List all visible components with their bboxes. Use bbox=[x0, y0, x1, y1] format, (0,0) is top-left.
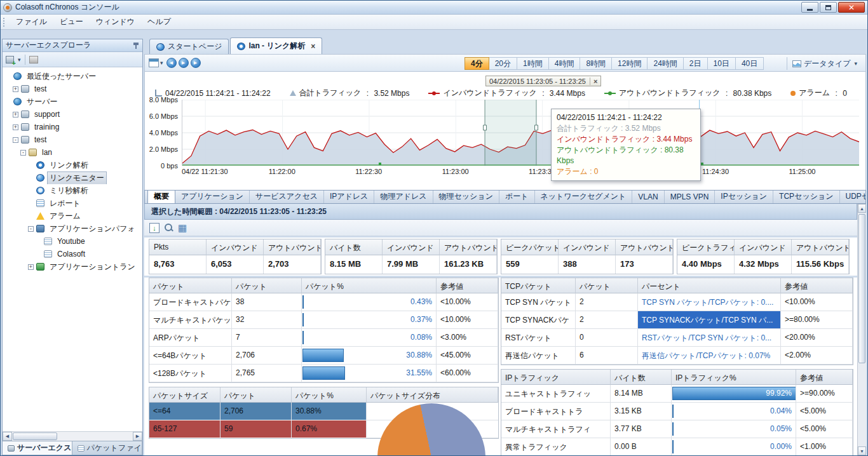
sidebar-tab-server-explorer[interactable]: サーバーエクス... bbox=[3, 441, 72, 455]
menu-item[interactable]: ファイル bbox=[10, 15, 53, 29]
ratio-cell[interactable]: RSTパケット/TCP SYN パケット: 0... bbox=[638, 329, 781, 347]
doc-tab-lan-link-analysis[interactable]: lan - リンク解析× bbox=[230, 37, 322, 54]
menu-item[interactable]: ヘルプ bbox=[141, 15, 177, 29]
view-tab[interactable]: 物理セッション bbox=[433, 190, 499, 203]
percent-text: 0.37% bbox=[410, 315, 432, 324]
scroll-right-icon[interactable]: ▶ bbox=[133, 432, 142, 441]
doc-tab-start-page[interactable]: スタートページ bbox=[149, 39, 229, 54]
tab-close-icon[interactable]: × bbox=[311, 42, 315, 51]
tree-item-training[interactable]: +training bbox=[3, 121, 142, 133]
tree-item-youtube[interactable]: Youtube bbox=[3, 235, 142, 248]
selection-close-icon[interactable]: × bbox=[590, 77, 597, 85]
new-analysis-button[interactable] bbox=[165, 224, 173, 232]
time-range-button[interactable]: 12時間 bbox=[611, 57, 648, 70]
colon: : bbox=[540, 89, 546, 98]
tree-item-support[interactable]: +support bbox=[3, 108, 142, 121]
add-server-caret-icon[interactable]: ▾ bbox=[18, 57, 21, 63]
vertical-scrollbar[interactable]: ▲ ▼ bbox=[857, 204, 866, 455]
view-tab[interactable]: UDPセッション bbox=[840, 190, 866, 203]
scroll-left-icon[interactable]: ◀ bbox=[3, 432, 12, 441]
close-button[interactable]: ✕ bbox=[838, 2, 865, 13]
view-tab[interactable]: IPセッション bbox=[715, 190, 773, 203]
legend-total-item[interactable]: 合計トラフィック : 3.52 Mbps bbox=[290, 88, 410, 98]
selection-time-label[interactable]: 04/22/2015 11:23:05 - 11:23:25 × bbox=[485, 76, 601, 86]
nav-next-button[interactable]: ▶ bbox=[179, 58, 189, 68]
traffic-chart-svg[interactable] bbox=[182, 100, 859, 166]
collapse-minus-icon[interactable]: - bbox=[13, 137, 18, 143]
ratio-cell[interactable]: TCP SYN パケット/TCPパケット: 0.... bbox=[638, 293, 781, 311]
sidebar-horizontal-scrollbar[interactable]: ◀ ▶ bbox=[3, 431, 142, 441]
nav-previous-button[interactable]: ◀ bbox=[166, 58, 177, 68]
tree-item-report[interactable]: レポート bbox=[3, 197, 142, 210]
column-header: パケット bbox=[576, 278, 638, 293]
expand-plus-icon[interactable]: + bbox=[13, 124, 18, 130]
tree-item-test[interactable]: +test bbox=[3, 83, 142, 95]
time-range-button[interactable]: 4分 bbox=[465, 57, 489, 70]
add-server-button[interactable] bbox=[6, 56, 14, 64]
scroll-thumb[interactable] bbox=[13, 433, 57, 440]
view-tab[interactable]: アプリケーション bbox=[175, 190, 250, 203]
stat-value: 7.99 MB bbox=[383, 255, 440, 274]
legend-alarm-item[interactable]: アラーム : 0 bbox=[790, 88, 847, 98]
column-header: パケット% bbox=[302, 278, 437, 293]
time-range-button[interactable]: 20分 bbox=[489, 57, 517, 70]
nav-latest-button[interactable]: ▶ bbox=[191, 58, 201, 68]
time-range-button[interactable]: 8時間 bbox=[580, 57, 612, 70]
tree-item-millisecond-analysis[interactable]: ミリ秒解析 bbox=[3, 184, 142, 197]
time-range-button[interactable]: 1時間 bbox=[517, 57, 549, 70]
view-tab[interactable]: VLAN bbox=[632, 190, 664, 203]
calendar-icon[interactable] bbox=[149, 58, 159, 67]
link-analysis-icon bbox=[237, 43, 245, 50]
time-range-button[interactable]: 40日 bbox=[735, 57, 764, 70]
download-button[interactable]: ↓ bbox=[149, 223, 159, 233]
tree-item-app-performance[interactable]: -アプリケーションパフォ bbox=[3, 222, 142, 235]
export-button[interactable]: ▦ bbox=[178, 223, 187, 232]
view-tab[interactable]: サービスアクセス bbox=[250, 190, 324, 203]
view-tab[interactable]: 物理アドレス bbox=[374, 190, 433, 203]
tree-item-lan[interactable]: -lan bbox=[3, 146, 142, 159]
chart-plot-area[interactable] bbox=[182, 100, 859, 166]
sidebar-tab-packet-files[interactable]: パケットファイ... bbox=[72, 441, 142, 455]
toolbar-separator bbox=[25, 55, 25, 65]
ratio-cell[interactable]: TCP SYNACKパケット/TCP SYN パ... bbox=[638, 311, 781, 329]
view-tab[interactable]: 概要 bbox=[147, 190, 175, 203]
scroll-thumb[interactable] bbox=[858, 214, 865, 363]
tree-item-recent-servers[interactable]: 最近使ったサーバー bbox=[3, 70, 142, 83]
tree-item-servers[interactable]: サーバー bbox=[3, 95, 142, 108]
scroll-up-icon[interactable]: ▲ bbox=[858, 204, 866, 213]
calendar-caret-icon[interactable]: ▾ bbox=[160, 60, 163, 66]
expand-plus-icon[interactable]: + bbox=[13, 112, 18, 117]
selected-time-range-text: 選択した時間範囲 : 04/22/2015 11:23:05 - 11:23:2… bbox=[151, 206, 327, 217]
tree-item-test-2[interactable]: -test bbox=[3, 133, 142, 146]
tree-item-colasoft[interactable]: Colasoft bbox=[3, 248, 142, 260]
time-range-button[interactable]: 10日 bbox=[707, 57, 736, 70]
time-range-button[interactable]: 4時間 bbox=[548, 57, 581, 70]
view-tab[interactable]: TCPセッション bbox=[773, 190, 839, 203]
view-tab[interactable]: MPLS VPN bbox=[665, 190, 715, 203]
pin-icon[interactable] bbox=[133, 42, 139, 50]
properties-button[interactable] bbox=[29, 56, 38, 64]
menu-item[interactable]: ビュー bbox=[53, 15, 90, 29]
tree-item-alarm[interactable]: アラーム bbox=[3, 210, 142, 222]
collapse-minus-icon[interactable]: - bbox=[28, 226, 34, 232]
legend-outbound-item[interactable]: アウトバウンドトラフィック : 80.38 Kbps bbox=[604, 88, 771, 98]
expand-plus-icon[interactable]: + bbox=[28, 264, 34, 270]
time-range-button[interactable]: 2日 bbox=[683, 57, 708, 70]
datatype-dropdown[interactable]: データタイプ ▾ bbox=[787, 57, 860, 70]
legend-inbound-item[interactable]: インバウンドトラフィック : 3.44 Mbps bbox=[428, 88, 585, 98]
tree-item-link-monitor[interactable]: リンクモニター bbox=[3, 171, 142, 184]
minimize-button[interactable] bbox=[801, 2, 818, 13]
maximize-button[interactable] bbox=[820, 2, 837, 13]
tree-item-link-analysis[interactable]: リンク解析 bbox=[3, 159, 142, 171]
collapse-minus-icon[interactable]: - bbox=[20, 150, 26, 156]
menu-item[interactable]: ウィンドウ bbox=[90, 15, 141, 29]
tree-item-app-transaction[interactable]: +アプリケーショントラン bbox=[3, 260, 142, 273]
view-tab[interactable]: ネットワークセグメント bbox=[535, 190, 633, 203]
time-range-button[interactable]: 24時間 bbox=[647, 57, 683, 70]
count-cell: 6 bbox=[576, 347, 638, 365]
ratio-cell[interactable]: 再送信パケット/TCPパケット: 0.07% bbox=[638, 347, 781, 365]
view-tab[interactable]: ポート bbox=[499, 190, 535, 203]
view-tab[interactable]: IPアドレス bbox=[324, 190, 374, 203]
scroll-down-icon[interactable]: ▼ bbox=[858, 446, 866, 455]
expand-plus-icon[interactable]: + bbox=[13, 86, 18, 92]
